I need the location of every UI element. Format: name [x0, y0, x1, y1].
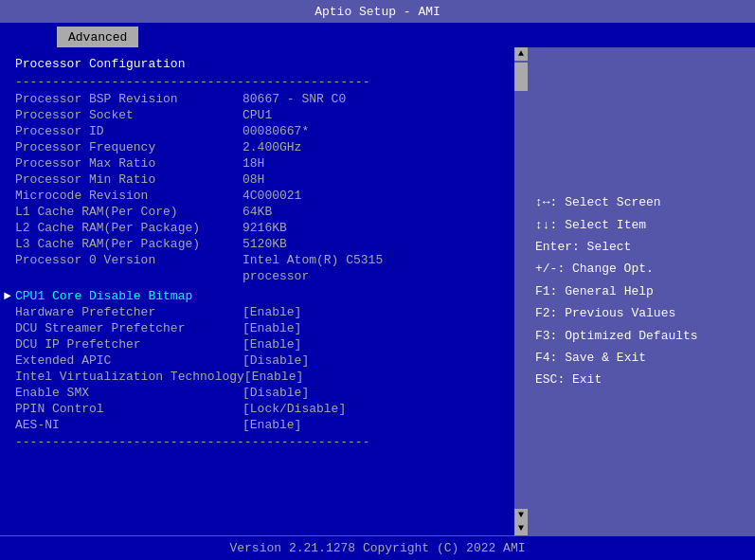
- title-text: Aptio Setup - AMI: [315, 5, 440, 19]
- extapic-value: [Disable]: [243, 353, 309, 368]
- scroll-thumb[interactable]: [514, 63, 528, 91]
- help-key-screen: ↕↔:: [535, 195, 565, 209]
- help-key-esc: ESC:: [535, 372, 572, 387]
- menu-item-dcuip[interactable]: DCU IP Prefetcher [Enable]: [0, 336, 528, 352]
- id-label: Processor ID: [15, 124, 243, 138]
- l2-value: 9216KB: [243, 221, 287, 235]
- help-key-item: ↕↓:: [535, 218, 565, 232]
- menu-item-cpu1core[interactable]: ► CPU1 Core Disable Bitmap: [0, 288, 528, 304]
- dcuip-label: DCU IP Prefetcher: [15, 337, 243, 352]
- bsp-value: 80667 - SNR C0: [243, 92, 346, 106]
- help-desc-change: Change Opt.: [572, 262, 654, 276]
- help-desc-enter: Select: [587, 240, 632, 254]
- scroll-up-arrow[interactable]: ▲: [514, 47, 528, 61]
- dcuip-value: [Enable]: [243, 337, 301, 352]
- smx-label: Enable SMX: [15, 386, 243, 400]
- bsp-label: Processor BSP Revision: [15, 92, 243, 106]
- help-item-f1: F1: General Help: [535, 280, 747, 302]
- main-layout: Processor Configuration ----------------…: [0, 47, 755, 535]
- section-title: Processor Configuration: [0, 55, 528, 73]
- help-key-f4: F4:: [535, 351, 565, 365]
- id-value: 00080667*: [243, 124, 309, 138]
- info-row-bsp: Processor BSP Revision 80667 - SNR C0: [0, 91, 528, 107]
- help-item-f2: F2: Previous Values: [535, 302, 747, 324]
- l3-value: 5120KB: [243, 237, 287, 251]
- socket-value: CPU1: [243, 108, 272, 122]
- help-item-esc: ESC: Exit: [535, 369, 747, 390]
- virt-label: Intel Virtualization Technology: [15, 370, 244, 384]
- help-desc-f3: Optimized Defaults: [565, 329, 697, 343]
- hwprefetcher-value: [Enable]: [243, 305, 301, 319]
- info-row-minratio: Processor Min Ratio 08H: [0, 172, 528, 188]
- hwprefetcher-label: Hardware Prefetcher: [15, 305, 243, 319]
- maxratio-value: 18H: [243, 156, 264, 171]
- ppin-value: [Lock/Disable]: [243, 402, 346, 416]
- info-row-maxratio: Processor Max Ratio 18H: [0, 155, 528, 172]
- freq-label: Processor Frequency: [15, 140, 243, 154]
- menu-item-hwprefetcher[interactable]: Hardware Prefetcher [Enable]: [0, 304, 528, 320]
- freq-value: 2.400GHz: [243, 140, 301, 154]
- footer-text: Version 2.21.1278 Copyright (C) 2022 AMI: [229, 541, 525, 555]
- help-item-f3: F3: Optimized Defaults: [535, 325, 747, 347]
- proc-cont-value: processor: [243, 269, 309, 283]
- separator-bottom: ----------------------------------------…: [0, 433, 528, 451]
- microcode-label: Microcode Revision: [15, 189, 243, 203]
- scroll-down-arrow2[interactable]: ▼: [514, 522, 528, 535]
- tab-advanced[interactable]: Advanced: [57, 27, 138, 47]
- minratio-value: 08H: [243, 172, 264, 187]
- help-desc-item: Select Item: [565, 218, 646, 232]
- aesni-label: AES-NI: [15, 418, 243, 432]
- info-row-microcode: Microcode Revision 4C000021: [0, 188, 528, 204]
- aesni-value: [Enable]: [243, 418, 301, 432]
- menu-item-dcustream[interactable]: DCU Streamer Prefetcher [Enable]: [0, 320, 528, 336]
- proc0-label: Processor 0 Version: [15, 253, 243, 267]
- extapic-label: Extended APIC: [15, 353, 243, 368]
- help-key-f2: F2:: [535, 306, 565, 320]
- help-item-item: ↕↓: Select Item: [535, 214, 747, 236]
- info-row-proc0: Processor 0 Version Intel Atom(R) C5315: [0, 252, 528, 268]
- smx-value: [Disable]: [243, 386, 309, 400]
- right-panel: ↕↔: Select Screen ↕↓: Select Item Enter:…: [528, 47, 755, 535]
- help-desc-f1: General Help: [565, 284, 654, 298]
- help-item-screen: ↕↔: Select Screen: [535, 191, 747, 213]
- microcode-value: 4C000021: [243, 189, 301, 203]
- info-row-l2: L2 Cache RAM(Per Package) 9216KB: [0, 220, 528, 236]
- help-item-change: +/-: Change Opt.: [535, 258, 747, 280]
- info-row-socket: Processor Socket CPU1: [0, 107, 528, 123]
- l1-label: L1 Cache RAM(Per Core): [15, 205, 243, 219]
- menu-item-aesni[interactable]: AES-NI [Enable]: [0, 417, 528, 433]
- dcustream-value: [Enable]: [243, 321, 301, 335]
- socket-label: Processor Socket: [15, 108, 243, 122]
- l1-value: 64KB: [243, 205, 272, 219]
- help-item-f4: F4: Save & Exit: [535, 347, 747, 369]
- info-row-freq: Processor Frequency 2.400GHz: [0, 139, 528, 155]
- footer: Version 2.21.1278 Copyright (C) 2022 AMI: [0, 535, 755, 560]
- cpu1core-label: CPU1 Core Disable Bitmap: [15, 289, 243, 303]
- l2-label: L2 Cache RAM(Per Package): [15, 221, 243, 235]
- menu-item-extapic[interactable]: Extended APIC [Disable]: [0, 352, 528, 369]
- help-key-change: +/-:: [535, 262, 572, 276]
- scroll-down-arrow[interactable]: ▼: [514, 509, 528, 522]
- help-key-f3: F3:: [535, 329, 565, 343]
- help-item-enter: Enter: Select: [535, 236, 747, 258]
- title-bar: Aptio Setup - AMI: [0, 0, 755, 23]
- virt-value: [Enable]: [244, 370, 303, 384]
- menu-item-virt[interactable]: Intel Virtualization Technology [Enable]: [0, 369, 528, 385]
- dcustream-label: DCU Streamer Prefetcher: [15, 321, 243, 335]
- minratio-label: Processor Min Ratio: [15, 172, 243, 187]
- maxratio-label: Processor Max Ratio: [15, 156, 243, 171]
- proc-cont-label: [15, 269, 243, 283]
- scrollbar[interactable]: ▲ ▼ ▼: [514, 47, 528, 535]
- info-row-processor-cont: processor: [0, 268, 528, 284]
- help-key-f1: F1:: [535, 284, 565, 298]
- cpu1core-arrow: ►: [4, 289, 11, 303]
- menu-item-ppin[interactable]: PPIN Control [Lock/Disable]: [0, 401, 528, 417]
- help-text: ↕↔: Select Screen ↕↓: Select Item Enter:…: [535, 191, 747, 391]
- help-desc-screen: Select Screen: [565, 195, 660, 209]
- info-row-l1: L1 Cache RAM(Per Core) 64KB: [0, 204, 528, 220]
- tab-advanced-label: Advanced: [68, 30, 127, 45]
- help-desc-f2: Previous Values: [565, 306, 675, 320]
- menu-item-smx[interactable]: Enable SMX [Disable]: [0, 385, 528, 401]
- info-row-id: Processor ID 00080667*: [0, 123, 528, 139]
- left-panel: Processor Configuration ----------------…: [0, 47, 528, 535]
